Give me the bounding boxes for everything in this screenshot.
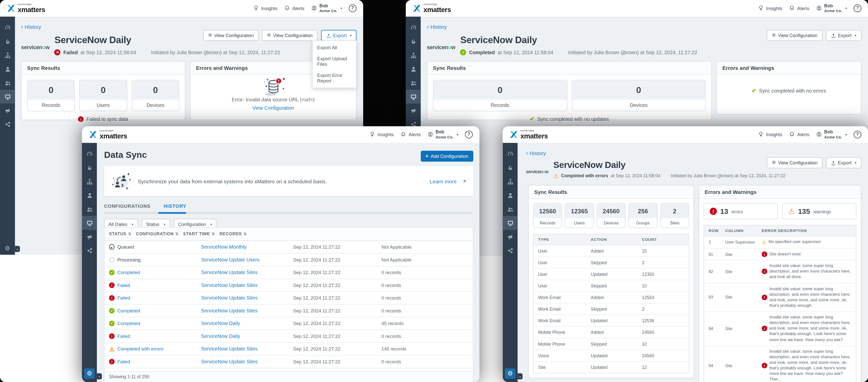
history-table-row[interactable]: Processing ServiceNow Update Users Sep 1… [104,254,473,266]
view-configuration-button[interactable]: View Configuration [203,30,258,41]
sidebar-nav-icon[interactable] [82,243,97,258]
export-button[interactable]: Export [321,30,356,41]
history-table-row[interactable]: Completed with errors ServiceNow Update … [104,343,473,356]
help-icon[interactable]: ? [854,130,862,139]
sidebar-nav-icon[interactable] [0,104,15,118]
alerts-nav[interactable]: Alerts [284,5,305,11]
configuration-link[interactable]: ServiceNow Update Sites [201,295,257,301]
export-button[interactable]: Export [826,30,861,41]
configuration-link[interactable]: ServiceNow Daily [201,321,240,326]
status-icon [109,333,115,339]
alerts-nav[interactable]: Alerts [789,131,809,138]
export-menu-item[interactable]: Export All [313,42,356,53]
sidebar-nav-icon[interactable] [406,90,421,104]
configuration-link[interactable]: ServiceNow Update Sites [201,270,257,275]
insights-nav[interactable]: Insights [369,131,394,138]
add-configuration-button[interactable]: Add Configuration [421,150,473,161]
breadcrumb[interactable]: History [21,23,41,30]
insights-nav[interactable]: Insights [758,5,782,11]
alerts-nav[interactable]: Alerts [400,131,421,138]
settings-gear-icon[interactable] [505,369,516,379]
sidebar-nav-icon[interactable] [82,188,97,202]
configuration-link[interactable]: ServiceNow Update Sites [201,283,257,288]
table-column-header[interactable]: STATUS [104,228,131,240]
sidebar-nav-icon[interactable] [502,188,518,202]
history-table-row[interactable]: Failed ServiceNow Update Sites Sep 12, 2… [104,292,473,305]
export-menu-item[interactable]: Export Error Report [313,70,356,87]
history-table-row[interactable]: Failed ServiceNow Update Sites Sep 12, 2… [104,279,473,292]
sidebar-nav-icon[interactable] [0,48,15,62]
xmatters-logo[interactable]: everbridgexmatters [509,129,548,140]
xmatters-logo[interactable]: everbridgexmatters [6,3,45,13]
breadcrumb[interactable]: History [526,149,546,156]
sidebar-nav-icon[interactable] [406,48,421,62]
history-table-row[interactable]: Queued ServiceNow Monthly Sep 12, 2024 1… [104,241,473,254]
table-column-header[interactable]: CONFIGURATION [131,228,179,240]
sidebar-nav-icon[interactable] [406,76,421,90]
sidebar-nav-icon[interactable] [82,216,97,230]
tab-configurations[interactable]: CONFIGURATIONS [104,203,151,209]
sidebar-nav-icon[interactable] [406,104,421,118]
sidebar-nav-icon[interactable] [502,147,518,160]
sidebar-nav-icon[interactable] [0,118,15,131]
sidebar-nav-icon[interactable] [0,21,15,34]
breadcrumb[interactable]: History [427,23,447,30]
history-table-row[interactable]: Completed ServiceNow Daily Sep 12, 2024 … [104,318,473,330]
sidebar-nav-icon[interactable] [406,62,421,76]
sidebar-nav-icon[interactable] [0,34,15,48]
sidebar-nav-icon[interactable] [502,243,518,258]
xmatters-logo[interactable]: everbridgexmatters [412,3,451,13]
table-column-header[interactable]: RECORDS [215,228,247,240]
learn-more-link[interactable]: Learn more [430,178,457,184]
user-menu[interactable]: BobAcme Co. [816,130,847,140]
help-icon[interactable]: ? [465,130,473,139]
settings-gear-icon[interactable] [5,245,10,252]
sidebar-nav-icon[interactable] [502,202,518,216]
view-configuration-link[interactable]: View Configuration [252,105,294,111]
export-menu-item[interactable]: Export Upload Files [313,53,356,70]
metric-tile: 2Sites [660,203,689,228]
sidebar-nav-icon[interactable] [82,202,97,216]
lightbulb-icon [758,131,764,138]
sidebar-nav-icon[interactable] [0,62,15,76]
insights-nav[interactable]: Insights [758,131,782,138]
sidebar-nav-icon[interactable] [502,216,518,230]
export-button[interactable]: Export [826,157,861,169]
view-configuration-button-2[interactable]: View Configuration [262,30,317,41]
xmatters-logo[interactable]: everbridgexmatters [89,129,127,140]
sidebar-nav-icon[interactable] [502,175,518,188]
history-table-row[interactable]: Failed ServiceNow Daily Sep 12, 2024 11:… [104,330,473,343]
configuration-link[interactable]: ServiceNow Monthly [201,244,247,250]
sidebar-nav-icon[interactable] [82,175,97,188]
configuration-link[interactable]: ServiceNow Update Users [201,257,259,263]
sidebar-nav-icon[interactable] [406,21,421,34]
alerts-nav[interactable]: Alerts [789,5,809,11]
user-menu[interactable]: BobAcme Co. [428,130,459,140]
help-icon[interactable]: ? [854,4,862,12]
configuration-link[interactable]: ServiceNow Update Sites [201,346,257,352]
configuration-link[interactable]: ServiceNow Update Sites [201,359,257,364]
user-menu[interactable]: BobAcme Co. [311,3,342,13]
history-table-row[interactable]: Completed ServiceNow Update Sites Sep 12… [104,304,473,318]
insights-nav[interactable]: Insights [253,5,278,11]
sidebar-nav-icon[interactable] [502,160,518,175]
sidebar-nav-icon[interactable] [82,160,97,175]
configuration-link[interactable]: ServiceNow Update Sites [201,308,257,314]
table-column-header[interactable]: START TIME [179,228,215,240]
view-configuration-button[interactable]: View Configuration [767,157,823,169]
settings-gear-icon[interactable] [84,369,95,379]
user-menu[interactable]: BobAcme Co. [816,3,847,13]
history-table-row[interactable]: Completed ServiceNow Update Sites Sep 12… [104,266,473,279]
sidebar-nav-icon[interactable] [406,34,421,48]
view-configuration-button[interactable]: View Configuration [767,30,823,41]
sidebar-nav-icon[interactable] [82,147,97,160]
sidebar-nav-icon[interactable] [82,230,97,244]
history-table-row[interactable]: Failed ServiceNow Update Sites Sep 12, 2… [104,355,473,369]
sidebar-nav-icon[interactable] [502,230,518,244]
close-icon[interactable] [463,178,467,184]
sidebar-nav-icon[interactable] [0,76,15,90]
tab-history[interactable]: HISTORY [164,203,186,209]
sidebar-nav-icon[interactable] [0,90,15,104]
help-icon[interactable]: ? [349,4,356,12]
configuration-link[interactable]: ServiceNow Daily [201,333,240,339]
